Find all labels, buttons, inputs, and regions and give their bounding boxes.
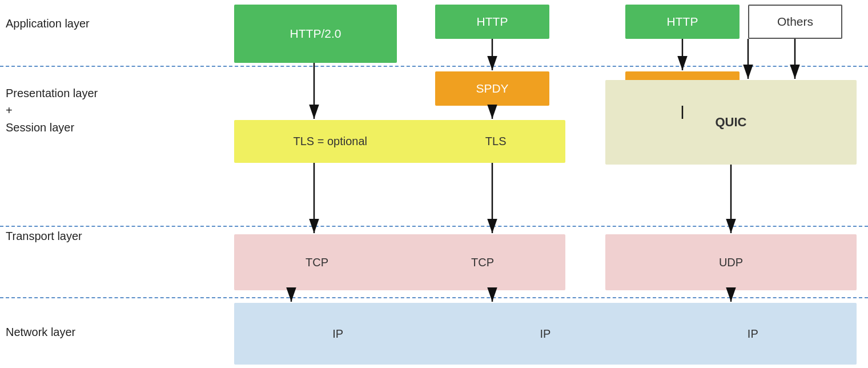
dashed-line-1	[0, 66, 868, 67]
ip1-label: IP	[332, 327, 343, 341]
others-box: Others	[748, 5, 842, 39]
ip-box: IP IP IP	[234, 303, 857, 365]
transport-layer-label: Transport layer	[6, 229, 82, 243]
http2-box: HTTP/2.0	[234, 5, 397, 63]
dashed-line-2	[0, 226, 868, 227]
http3-box: HTTP	[625, 5, 740, 39]
quic-box: QUIC	[605, 80, 857, 165]
tls-optional-label: TLS = optional	[293, 135, 367, 148]
http1-box: HTTP	[435, 5, 549, 39]
tcp2-label: TCP	[471, 256, 494, 269]
spdy1-box: SPDY	[435, 71, 549, 106]
tcp-box: TCP TCP	[234, 234, 565, 290]
tls-label: TLS	[485, 135, 507, 148]
ip3-label: IP	[748, 327, 758, 341]
network-layer-label: Network layer	[6, 325, 75, 339]
application-layer-label: Application layer	[6, 16, 90, 31]
tcp1-label: TCP	[306, 256, 328, 269]
ip2-label: IP	[540, 327, 551, 341]
dashed-line-3	[0, 297, 868, 298]
diagram: Application layer Presentation layer+Ses…	[0, 0, 868, 368]
udp-box: UDP	[605, 234, 857, 290]
tls-box: TLS = optional TLS	[234, 120, 565, 163]
presentation-layer-label: Presentation layer+Session layer	[6, 85, 98, 136]
